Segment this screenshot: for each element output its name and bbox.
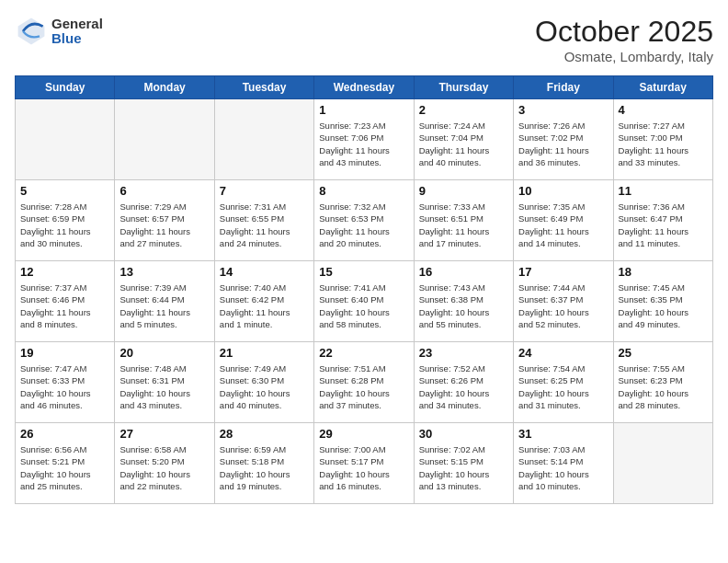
day-detail: Sunrise: 7:02 AMSunset: 5:15 PMDaylight:… (419, 443, 508, 492)
day-detail: Sunrise: 7:27 AMSunset: 7:00 PMDaylight:… (619, 120, 708, 168)
weekday-header-saturday: Saturday (613, 76, 712, 99)
day-number: 27 (119, 427, 209, 441)
day-detail: Sunrise: 7:47 AMSunset: 6:33 PMDaylight:… (20, 362, 109, 411)
day-detail: Sunrise: 7:48 AMSunset: 6:31 PMDaylight:… (119, 362, 209, 411)
calendar-cell (115, 99, 214, 180)
day-number: 29 (319, 427, 408, 441)
day-number: 13 (119, 265, 209, 279)
logo-general-text: General (51, 17, 103, 32)
day-number: 5 (20, 184, 109, 198)
calendar-cell: 13Sunrise: 7:39 AMSunset: 6:44 PMDayligh… (115, 261, 214, 342)
day-detail: Sunrise: 7:33 AMSunset: 6:51 PMDaylight:… (419, 201, 508, 249)
calendar-cell: 29Sunrise: 7:00 AMSunset: 5:17 PMDayligh… (314, 423, 414, 504)
weekday-header-monday: Monday (115, 76, 214, 99)
day-number: 10 (518, 184, 608, 198)
day-detail: Sunrise: 7:29 AMSunset: 6:57 PMDaylight:… (119, 201, 209, 249)
day-detail: Sunrise: 7:37 AMSunset: 6:46 PMDaylight:… (20, 282, 109, 330)
day-detail: Sunrise: 7:51 AMSunset: 6:28 PMDaylight:… (319, 362, 408, 411)
day-number: 14 (220, 265, 309, 279)
day-number: 4 (619, 103, 708, 117)
calendar-cell: 31Sunrise: 7:03 AMSunset: 5:14 PMDayligh… (514, 423, 613, 504)
logo: General Blue (15, 15, 103, 48)
day-detail: Sunrise: 7:40 AMSunset: 6:42 PMDaylight:… (220, 282, 309, 330)
day-detail: Sunrise: 7:31 AMSunset: 6:55 PMDaylight:… (220, 201, 309, 249)
calendar-title: October 2025 (535, 15, 713, 49)
calendar-cell: 7Sunrise: 7:31 AMSunset: 6:55 PMDaylight… (214, 180, 313, 261)
calendar-cell: 24Sunrise: 7:54 AMSunset: 6:25 PMDayligh… (514, 342, 613, 423)
page-header: General Blue October 2025 Osmate, Lombar… (15, 15, 713, 64)
calendar-week-row: 26Sunrise: 6:56 AMSunset: 5:21 PMDayligh… (16, 423, 713, 504)
day-number: 1 (319, 103, 408, 117)
day-detail: Sunrise: 7:39 AMSunset: 6:44 PMDaylight:… (119, 282, 209, 330)
day-detail: Sunrise: 7:52 AMSunset: 6:26 PMDaylight:… (419, 362, 508, 411)
weekday-header-tuesday: Tuesday (214, 76, 313, 99)
day-number: 6 (119, 184, 209, 198)
calendar-cell: 28Sunrise: 6:59 AMSunset: 5:18 PMDayligh… (214, 423, 313, 504)
day-detail: Sunrise: 7:41 AMSunset: 6:40 PMDaylight:… (319, 282, 408, 330)
calendar-cell (214, 99, 313, 180)
day-number: 18 (619, 265, 708, 279)
calendar-cell: 1Sunrise: 7:23 AMSunset: 7:06 PMDaylight… (314, 99, 414, 180)
day-number: 30 (419, 427, 508, 441)
day-number: 20 (119, 346, 209, 360)
calendar-week-row: 5Sunrise: 7:28 AMSunset: 6:59 PMDaylight… (16, 180, 713, 261)
calendar-cell: 19Sunrise: 7:47 AMSunset: 6:33 PMDayligh… (16, 342, 115, 423)
calendar-cell: 8Sunrise: 7:32 AMSunset: 6:53 PMDaylight… (314, 180, 414, 261)
calendar-cell: 18Sunrise: 7:45 AMSunset: 6:35 PMDayligh… (613, 261, 712, 342)
calendar-week-row: 19Sunrise: 7:47 AMSunset: 6:33 PMDayligh… (16, 342, 713, 423)
calendar-cell: 4Sunrise: 7:27 AMSunset: 7:00 PMDaylight… (613, 99, 712, 180)
weekday-header-friday: Friday (514, 76, 613, 99)
weekday-header-sunday: Sunday (16, 76, 115, 99)
day-number: 25 (619, 346, 708, 360)
day-number: 22 (319, 346, 408, 360)
day-number: 24 (518, 346, 608, 360)
day-number: 7 (220, 184, 309, 198)
day-number: 15 (319, 265, 408, 279)
logo-icon (15, 15, 48, 48)
calendar-cell: 17Sunrise: 7:44 AMSunset: 6:37 PMDayligh… (514, 261, 613, 342)
day-number: 11 (619, 184, 708, 198)
day-number: 28 (220, 427, 309, 441)
calendar-cell: 5Sunrise: 7:28 AMSunset: 6:59 PMDaylight… (16, 180, 115, 261)
calendar-cell: 21Sunrise: 7:49 AMSunset: 6:30 PMDayligh… (214, 342, 313, 423)
logo-blue-text: Blue (51, 31, 103, 47)
calendar-cell: 16Sunrise: 7:43 AMSunset: 6:38 PMDayligh… (414, 261, 513, 342)
day-number: 12 (20, 265, 109, 279)
day-detail: Sunrise: 7:23 AMSunset: 7:06 PMDaylight:… (319, 120, 408, 168)
calendar-cell: 23Sunrise: 7:52 AMSunset: 6:26 PMDayligh… (414, 342, 513, 423)
day-detail: Sunrise: 7:32 AMSunset: 6:53 PMDaylight:… (319, 201, 408, 249)
day-number: 8 (319, 184, 408, 198)
calendar-cell: 26Sunrise: 6:56 AMSunset: 5:21 PMDayligh… (16, 423, 115, 504)
day-number: 17 (518, 265, 608, 279)
day-number: 2 (419, 103, 508, 117)
calendar-cell: 15Sunrise: 7:41 AMSunset: 6:40 PMDayligh… (314, 261, 414, 342)
calendar-cell: 14Sunrise: 7:40 AMSunset: 6:42 PMDayligh… (214, 261, 313, 342)
day-detail: Sunrise: 7:55 AMSunset: 6:23 PMDaylight:… (619, 362, 708, 411)
day-detail: Sunrise: 6:59 AMSunset: 5:18 PMDaylight:… (220, 443, 309, 492)
weekday-header-wednesday: Wednesday (314, 76, 414, 99)
calendar-cell: 30Sunrise: 7:02 AMSunset: 5:15 PMDayligh… (414, 423, 513, 504)
logo-text: General Blue (51, 17, 103, 47)
calendar-cell (613, 423, 712, 504)
weekday-header-row: SundayMondayTuesdayWednesdayThursdayFrid… (16, 76, 713, 99)
day-detail: Sunrise: 7:26 AMSunset: 7:02 PMDaylight:… (518, 120, 608, 168)
day-detail: Sunrise: 7:43 AMSunset: 6:38 PMDaylight:… (419, 282, 508, 330)
calendar-week-row: 12Sunrise: 7:37 AMSunset: 6:46 PMDayligh… (16, 261, 713, 342)
day-detail: Sunrise: 7:03 AMSunset: 5:14 PMDaylight:… (518, 443, 608, 492)
day-detail: Sunrise: 7:45 AMSunset: 6:35 PMDaylight:… (619, 282, 708, 330)
calendar-cell: 20Sunrise: 7:48 AMSunset: 6:31 PMDayligh… (115, 342, 214, 423)
day-detail: Sunrise: 7:00 AMSunset: 5:17 PMDaylight:… (319, 443, 408, 492)
calendar-cell: 3Sunrise: 7:26 AMSunset: 7:02 PMDaylight… (514, 99, 613, 180)
calendar-cell: 27Sunrise: 6:58 AMSunset: 5:20 PMDayligh… (115, 423, 214, 504)
calendar-cell: 6Sunrise: 7:29 AMSunset: 6:57 PMDaylight… (115, 180, 214, 261)
calendar-cell: 9Sunrise: 7:33 AMSunset: 6:51 PMDaylight… (414, 180, 513, 261)
calendar-week-row: 1Sunrise: 7:23 AMSunset: 7:06 PMDaylight… (16, 99, 713, 180)
day-number: 21 (220, 346, 309, 360)
day-number: 31 (518, 427, 608, 441)
day-detail: Sunrise: 7:36 AMSunset: 6:47 PMDaylight:… (619, 201, 708, 249)
calendar-cell: 25Sunrise: 7:55 AMSunset: 6:23 PMDayligh… (613, 342, 712, 423)
calendar-cell: 2Sunrise: 7:24 AMSunset: 7:04 PMDaylight… (414, 99, 513, 180)
calendar-cell: 11Sunrise: 7:36 AMSunset: 6:47 PMDayligh… (613, 180, 712, 261)
calendar-cell: 10Sunrise: 7:35 AMSunset: 6:49 PMDayligh… (514, 180, 613, 261)
calendar-cell (16, 99, 115, 180)
